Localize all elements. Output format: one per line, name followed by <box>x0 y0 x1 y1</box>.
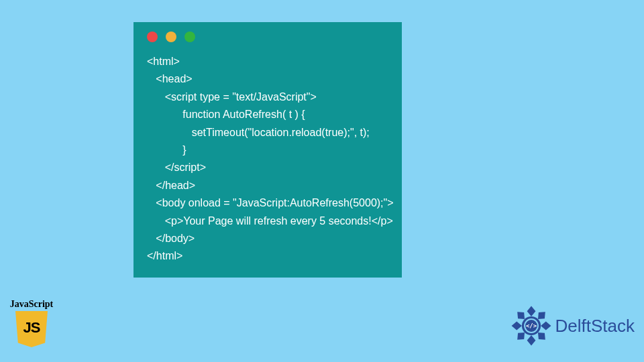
svg-marker-1 <box>527 335 535 345</box>
svg-marker-2 <box>511 322 521 330</box>
code-window: <html> <head> <script type = "text/JavaS… <box>133 22 402 278</box>
window-traffic-lights <box>147 32 388 42</box>
window-minimize-icon <box>166 32 176 42</box>
svg-marker-3 <box>541 322 551 330</box>
javascript-badge: JavaScript JS <box>4 299 59 347</box>
svg-marker-0 <box>527 306 535 316</box>
delftstack-emblem-icon: </> <box>510 304 553 347</box>
code-snippet: <html> <head> <script type = "text/JavaS… <box>147 53 388 265</box>
brand-name: DelftStack <box>555 316 635 337</box>
javascript-label: JavaScript <box>4 299 59 310</box>
javascript-logo-text: JS <box>23 319 40 337</box>
brand-logo-group: </> DelftStack <box>510 304 635 347</box>
window-maximize-icon <box>184 32 195 42</box>
window-close-icon <box>147 32 158 42</box>
javascript-shield-icon: JS <box>15 311 48 347</box>
svg-text:</>: </> <box>525 322 536 329</box>
